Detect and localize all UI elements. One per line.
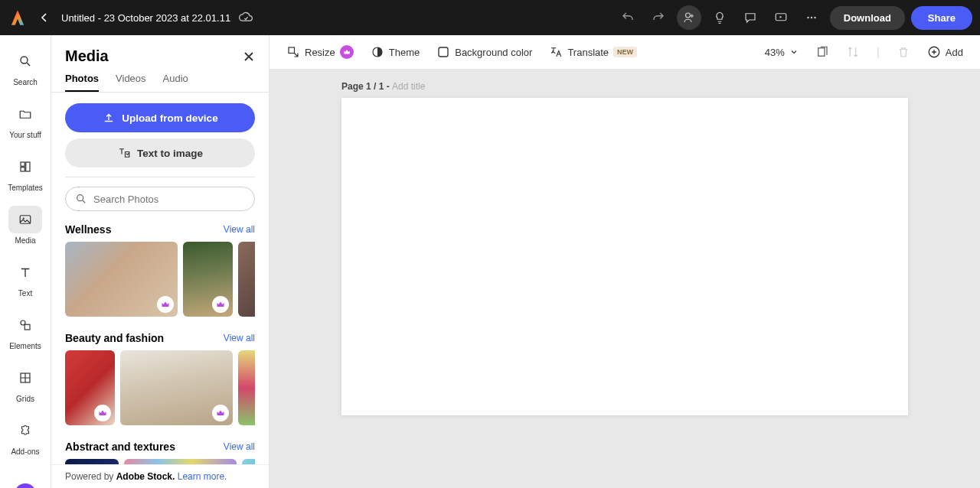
- upload-from-device-button[interactable]: Upload from device: [65, 103, 255, 132]
- panel-footer: Powered by Adobe Stock. Learn more.: [51, 464, 269, 488]
- tab-photos[interactable]: Photos: [65, 73, 99, 92]
- zoom-dropdown[interactable]: 43%: [765, 47, 799, 58]
- resize-button[interactable]: Resize: [286, 45, 354, 59]
- rail-label: Templates: [8, 184, 43, 192]
- search-photos-box[interactable]: [65, 187, 255, 211]
- divider: [65, 177, 255, 177]
- premium-badge: [157, 296, 174, 313]
- rail-media[interactable]: Media: [0, 206, 51, 245]
- rail-addons[interactable]: Add-ons: [0, 417, 51, 456]
- text-icon: [18, 265, 32, 279]
- photo-thumb[interactable]: [238, 350, 255, 425]
- page-canvas[interactable]: [341, 98, 908, 415]
- reorder-button[interactable]: [846, 45, 860, 59]
- undo-button[interactable]: [616, 5, 640, 30]
- grid-icon: [18, 371, 32, 385]
- add-page-button[interactable]: Add: [927, 45, 963, 59]
- view-all-wellness[interactable]: View all: [224, 224, 255, 235]
- redo-icon: [652, 11, 665, 24]
- media-panel: Media Photos Videos Audio Upload from de…: [51, 35, 270, 488]
- delete-page-button[interactable]: [897, 45, 910, 59]
- rail-label: Text: [18, 289, 32, 298]
- add-title-placeholder: Add title: [392, 81, 425, 92]
- thumbs-beauty: [65, 350, 255, 425]
- premium-badge: [212, 296, 229, 313]
- crown-icon: [161, 300, 170, 309]
- download-button[interactable]: Download: [830, 6, 905, 30]
- resize-label: Resize: [305, 47, 335, 58]
- cloud-sync-icon[interactable]: [238, 10, 253, 25]
- reorder-icon: [846, 45, 860, 59]
- photo-thumb[interactable]: [124, 459, 237, 464]
- background-color-button[interactable]: Background color: [436, 45, 532, 59]
- svg-point-3: [811, 17, 812, 18]
- comment-icon: [743, 11, 757, 24]
- category-header-abstract: Abstract and textures View all: [65, 441, 255, 453]
- svg-point-2: [807, 17, 808, 18]
- canvas-area[interactable]: Page 1 / 1 - Add title: [270, 69, 980, 488]
- hint-button[interactable]: [707, 5, 732, 30]
- search-photos-input[interactable]: [93, 194, 245, 205]
- lightbulb-icon: [713, 11, 727, 24]
- photo-thumb[interactable]: [65, 350, 115, 425]
- category-header-wellness: Wellness View all: [65, 223, 255, 236]
- left-rail: Search Your stuff Templates Media Text E…: [0, 35, 51, 488]
- invite-collaborator-button[interactable]: [677, 5, 701, 30]
- upload-label: Upload from device: [122, 112, 217, 124]
- rail-elements[interactable]: Elements: [0, 311, 51, 350]
- photo-thumb[interactable]: [120, 350, 233, 425]
- rail-try-premium[interactable]: Try Premium: [0, 483, 51, 488]
- more-options-button[interactable]: [799, 5, 824, 30]
- page-indicator[interactable]: Page 1 / 1 - Add title: [341, 81, 980, 92]
- rail-label: Grids: [16, 395, 34, 403]
- duplicate-icon: [815, 45, 829, 59]
- photo-thumb[interactable]: [242, 459, 255, 464]
- rail-your-stuff[interactable]: Your stuff: [0, 100, 51, 139]
- rail-search[interactable]: Search: [0, 47, 51, 86]
- learn-more-link[interactable]: Learn more.: [178, 471, 227, 482]
- photo-thumb[interactable]: [65, 242, 178, 317]
- tab-videos[interactable]: Videos: [116, 73, 146, 92]
- text-to-image-button[interactable]: Text to image: [65, 138, 255, 168]
- media-icon: [18, 213, 32, 226]
- premium-badge: [94, 405, 111, 421]
- panel-header: Media: [51, 35, 269, 73]
- duplicate-page-button[interactable]: [815, 45, 829, 59]
- svg-point-5: [21, 57, 28, 63]
- svg-rect-8: [21, 168, 24, 171]
- document-title[interactable]: Untitled - 23 October 2023 at 22.01.11: [61, 12, 230, 24]
- share-button[interactable]: Share: [911, 6, 972, 30]
- rail-label: Search: [13, 78, 38, 86]
- photo-thumb[interactable]: [238, 242, 255, 317]
- photo-thumb[interactable]: [183, 242, 233, 317]
- tab-audio[interactable]: Audio: [163, 73, 188, 92]
- back-button[interactable]: [35, 8, 54, 27]
- category-title: Wellness: [65, 223, 111, 236]
- close-icon: [243, 50, 255, 63]
- theme-button[interactable]: Theme: [371, 45, 420, 59]
- resize-icon: [286, 45, 300, 59]
- rail-templates[interactable]: Templates: [0, 153, 51, 192]
- redo-button[interactable]: [646, 5, 671, 30]
- zoom-value: 43%: [765, 47, 785, 58]
- thumbs-abstract: [65, 459, 255, 464]
- photo-thumb[interactable]: [65, 459, 119, 464]
- text-to-image-icon: [117, 146, 131, 160]
- rail-grids[interactable]: Grids: [0, 364, 51, 403]
- category-title: Beauty and fashion: [65, 332, 164, 344]
- media-tabs: Photos Videos Audio: [51, 73, 269, 93]
- close-panel-button[interactable]: [243, 50, 255, 63]
- search-icon: [75, 193, 87, 205]
- thumbs-wellness: [65, 242, 255, 317]
- user-plus-icon: [682, 11, 696, 24]
- workspace: Resize Theme Background color Translate …: [270, 35, 980, 488]
- rail-text[interactable]: Text: [0, 259, 51, 298]
- addon-icon: [18, 424, 32, 438]
- translate-button[interactable]: Translate NEW: [549, 45, 637, 59]
- view-all-beauty[interactable]: View all: [224, 333, 255, 343]
- comment-button[interactable]: [738, 5, 763, 30]
- premium-badge: [340, 45, 354, 59]
- view-all-abstract[interactable]: View all: [224, 441, 255, 452]
- svg-point-0: [685, 13, 690, 18]
- present-button[interactable]: [769, 5, 793, 30]
